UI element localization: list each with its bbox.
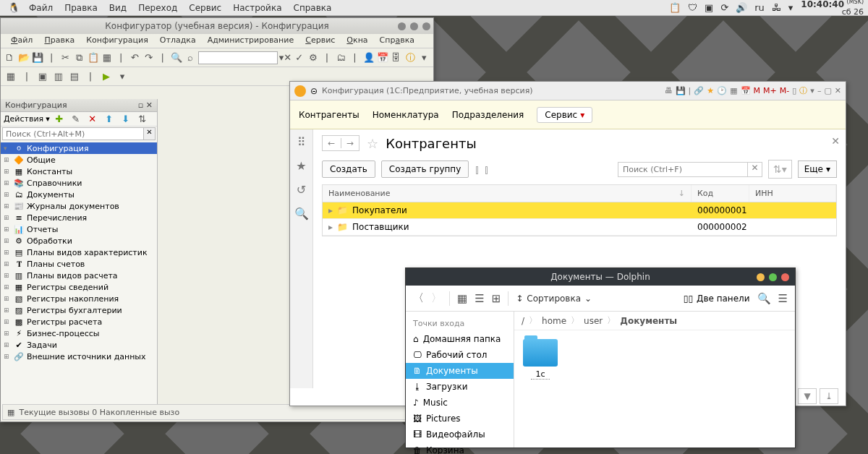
grid-down-icon[interactable]: ▼ (798, 388, 817, 404)
side-search-icon[interactable]: 🔍 (294, 207, 309, 220)
tree-item[interactable]: ⊞✔Задачи (1, 339, 157, 351)
dolphin-search-icon[interactable]: 🔍 (757, 292, 771, 305)
menu-settings[interactable]: Настройка (227, 3, 287, 13)
actions-menu[interactable]: Действия (4, 114, 43, 124)
fwd-icon[interactable]: 〉 (431, 291, 442, 305)
side-history-icon[interactable]: ↺ (297, 183, 306, 197)
sidebar-item[interactable]: 🎞Видеофайлы (406, 427, 514, 442)
cfg-menu-windows[interactable]: Окна (341, 34, 373, 48)
nav-nomenclature[interactable]: Номенклатура (373, 110, 439, 120)
tree-item[interactable]: ⊞▩Регистры расчета (1, 316, 157, 327)
redo-icon[interactable]: ↷ (142, 51, 155, 65)
cfg-menu-config[interactable]: Конфигурация (80, 34, 154, 48)
tray-lang[interactable]: ru (751, 2, 768, 13)
tree-item[interactable]: ⊞📰Журналы документов (1, 200, 157, 212)
dolphin-titlebar[interactable]: Документы — Dolphin (406, 268, 795, 286)
tree-search[interactable] (2, 127, 144, 140)
tray-network-icon[interactable]: 🖧 (768, 2, 785, 13)
tree-item[interactable]: ⊞🔶Общие (1, 154, 157, 166)
run-icon[interactable]: ▶ (99, 69, 114, 84)
ent-print-icon[interactable]: 🖶 (665, 86, 673, 95)
sidebar-item[interactable]: 🖼Pictures (406, 411, 514, 427)
fav-star-icon[interactable]: ☆ (367, 136, 378, 151)
tree-item[interactable]: ⊞≡Перечисления (1, 212, 157, 223)
ent-max-icon[interactable]: ▢ (824, 86, 831, 95)
create-button[interactable]: Создать (322, 160, 375, 178)
dolphin-menu-icon[interactable]: ☰ (778, 292, 788, 305)
start-icon[interactable]: 🐧 (4, 2, 23, 13)
sidebar-item[interactable]: 🖵Рабочий стол (406, 347, 514, 363)
sidebar-item[interactable]: 🗎Документы (406, 363, 514, 379)
align-icon[interactable]: ⫿ ⫿ (475, 163, 490, 176)
help-icon[interactable]: ⓘ (404, 51, 417, 65)
crumb-user[interactable]: user (584, 316, 603, 326)
col-code[interactable]: Код (692, 185, 749, 202)
tree-item[interactable]: ⊞▨Регистры бухгалтерии (1, 304, 157, 316)
up-icon[interactable]: ⬆ (102, 112, 116, 127)
menu-service[interactable]: Сервис (183, 3, 227, 13)
syntax-icon[interactable]: ✓ (293, 51, 305, 65)
search-clear-icon[interactable]: ✕ (144, 127, 156, 140)
menu-view[interactable]: Вид (103, 3, 132, 13)
ent-info-icon[interactable]: ⓘ (799, 85, 807, 96)
cfg-menu-debug[interactable]: Отладка (154, 34, 202, 48)
m-minus-btn[interactable]: M- (780, 86, 789, 95)
config-tree[interactable]: ▾⚪Конфигурация⊞🔶Общие⊞▦Константы⊞📚Справо… (1, 141, 157, 364)
side-grid-icon[interactable]: ⠿ (297, 135, 306, 149)
ent-close-icon[interactable]: ✕ (835, 86, 841, 95)
crumb-home[interactable]: home (542, 316, 566, 326)
cut-icon[interactable]: ✂ (59, 51, 72, 65)
tb2-4-icon[interactable]: ▤ (67, 69, 82, 84)
crumb-docs[interactable]: Документы (620, 316, 677, 326)
tree-item[interactable]: ⊞⚡Бизнес-процессы (1, 327, 157, 339)
tb2-2-icon[interactable]: ▣ (35, 69, 50, 84)
new-icon[interactable]: 🗋 (4, 51, 16, 65)
save-icon[interactable]: 💾 (31, 51, 43, 65)
menu-edit[interactable]: Правка (59, 3, 103, 13)
back-icon[interactable]: 〈 (413, 291, 424, 305)
ent-fav-icon[interactable]: ★ (707, 86, 714, 95)
cfg-menu-service[interactable]: Сервис (299, 34, 341, 48)
menu-file[interactable]: Файл (23, 3, 59, 13)
dolphin-min-icon[interactable] (757, 273, 765, 281)
tray-terminal-icon[interactable]: ▣ (701, 2, 717, 13)
tray-clipboard-icon[interactable]: 📋 (665, 2, 684, 13)
undo-icon[interactable]: ↶ (129, 51, 141, 65)
toolbox-icon[interactable]: 🗂 (335, 51, 347, 65)
sort-button[interactable]: ↕Сортировка⌄ (516, 294, 592, 304)
view-close-icon[interactable]: ✕ (831, 135, 840, 147)
table-row[interactable]: ▸📁Поставщики000000002 (323, 219, 836, 236)
nav-divisions[interactable]: Подразделения (452, 110, 524, 120)
tree-item[interactable]: ⊞⚙Обработки (1, 235, 157, 247)
folder-1c[interactable]: 1c (523, 339, 558, 380)
ent-save-icon[interactable]: 💾 (676, 86, 686, 95)
tree-item[interactable]: ⊞📊Отчеты (1, 223, 157, 235)
ent-panel-icon[interactable]: ▯ (792, 86, 796, 95)
add-icon[interactable]: ✚ (52, 112, 67, 127)
tray-chevron-icon[interactable]: ▾ (785, 2, 797, 13)
two-panels-button[interactable]: ▯▯Две панели (684, 294, 750, 304)
tray-shield-icon[interactable]: 🛡 (684, 2, 701, 13)
user-icon[interactable]: 👤 (362, 51, 375, 65)
sidebar-item[interactable]: ⭳Загрузки (406, 379, 514, 395)
nav-arrows[interactable]: ←→ (322, 135, 359, 151)
panel-close-icon[interactable]: ▫ ✕ (138, 100, 153, 110)
menu-help[interactable]: Справка (288, 3, 338, 13)
tree-root[interactable]: ▾⚪Конфигурация (1, 142, 157, 154)
tool-icon[interactable]: ⚙ (307, 51, 319, 65)
dolphin-max-icon[interactable] (769, 273, 777, 281)
side-star-icon[interactable]: ★ (296, 159, 306, 173)
tray-volume-icon[interactable]: 🔊 (732, 2, 751, 13)
view-icons-icon[interactable]: ▦ (457, 292, 467, 305)
menu-go[interactable]: Переход (132, 3, 183, 13)
more-button[interactable]: Еще▾ (798, 160, 837, 178)
grid-search[interactable] (618, 162, 748, 177)
ent-link-icon[interactable]: 🔗 (694, 86, 704, 95)
search-x-icon[interactable]: ✕ (748, 162, 762, 177)
sidebar-item[interactable]: ⌂Домашняя папка (406, 331, 514, 347)
view-list-icon[interactable]: ☰ (475, 292, 484, 305)
zoom-icon[interactable]: ⌕ (184, 51, 196, 65)
tree-item[interactable]: ⊞▥Планы видов расчета (1, 270, 157, 281)
min-icon[interactable] (398, 22, 406, 30)
m-btn[interactable]: M (754, 86, 761, 95)
